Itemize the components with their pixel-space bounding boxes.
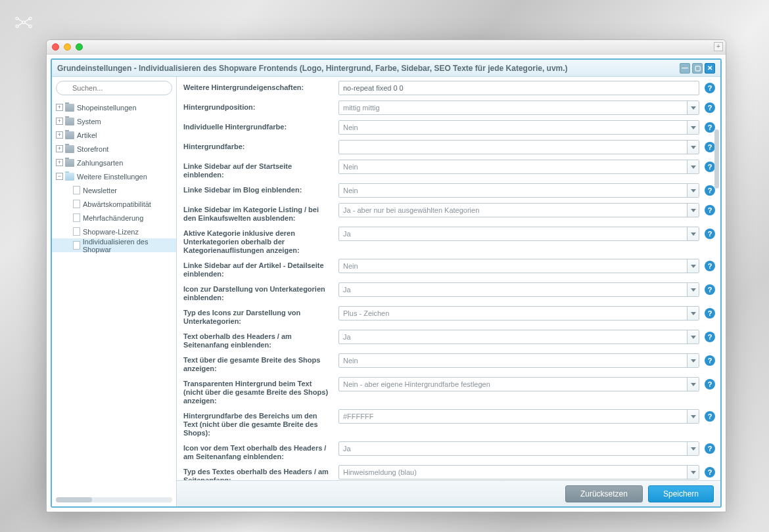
help-icon[interactable]: ? [705, 102, 715, 113]
combo-field[interactable]: Nein [338, 120, 699, 135]
dropdown-trigger[interactable] [687, 378, 699, 391]
dropdown-trigger[interactable] [687, 227, 699, 240]
tree-label: Individualisieren des Shopwar [83, 238, 176, 254]
dropdown-trigger[interactable] [687, 141, 699, 154]
dropdown-trigger[interactable] [687, 307, 699, 320]
search-input[interactable] [56, 81, 172, 95]
main-panel: Weitere Hintergrundeigenschaften:no-repe… [177, 77, 720, 506]
tree-file[interactable]: Shopware-Lizenz [52, 225, 176, 238]
combo-field[interactable]: Nein - aber eigene Hintergrundfarbe fest… [338, 377, 699, 391]
combo-field[interactable]: mittig mittig [338, 100, 699, 115]
dropdown-trigger[interactable] [687, 466, 699, 479]
combo-field[interactable]: Hinweismeldung (blau) [338, 465, 699, 479]
svg-point-3 [29, 17, 32, 20]
combo-field[interactable]: Ja [338, 441, 699, 456]
combo-field[interactable]: Ja - aber nur bei ausgewählten Kategorie… [338, 203, 699, 217]
combo-field[interactable]: Nein [338, 353, 699, 368]
help-icon[interactable]: ? [705, 185, 715, 196]
dropdown-trigger[interactable] [687, 101, 699, 114]
tree-toggle-icon[interactable]: + [56, 118, 63, 125]
dropdown-trigger[interactable] [687, 160, 699, 173]
tree-toggle-icon[interactable]: + [56, 159, 63, 166]
combo-field[interactable]: Ja [338, 227, 699, 241]
form-row: Linke Sidebar auf der Artikel - Detailse… [183, 259, 715, 278]
help-icon[interactable]: ? [705, 83, 715, 93]
field-value: Hinweismeldung (blau) [343, 468, 417, 476]
dropdown-trigger[interactable] [687, 121, 699, 134]
dropdown-trigger[interactable] [687, 330, 699, 344]
window-minimize-button[interactable]: — [680, 63, 690, 74]
tree-folder[interactable]: + Shopeinstellungen [52, 100, 176, 114]
combo-field[interactable]: #FFFFFF [338, 409, 699, 424]
dropdown-trigger[interactable] [687, 410, 699, 423]
file-icon [73, 213, 80, 222]
form-label: Typ des Textes oberhalb des Headers / am… [183, 465, 338, 480]
help-icon[interactable]: ? [705, 122, 715, 133]
combo-field[interactable]: Plus - Zeichen [338, 306, 699, 321]
tree-folder[interactable]: + Zahlungsarten [52, 156, 176, 169]
tree-folder[interactable]: + System [52, 114, 176, 128]
save-button[interactable]: Speichern [648, 485, 714, 502]
tree-toggle-icon[interactable]: − [56, 173, 63, 180]
tree-file[interactable]: Abwärtskompatibilität [52, 197, 176, 211]
tree-file[interactable]: Individualisieren des Shopwar [52, 238, 176, 252]
dropdown-trigger[interactable] [687, 442, 699, 455]
tree-folder[interactable]: + Artikel [52, 128, 176, 142]
form-row: Linke Sidebar im Kategorie Listing / bei… [183, 203, 715, 223]
tree-label: Storefront [77, 145, 108, 153]
form-vertical-scrollbar[interactable] [714, 129, 719, 188]
form-label: Aktive Kategorie inklusive deren Unterka… [183, 227, 338, 255]
form-label: Typ des Icons zur Darstellung von Unterk… [183, 306, 338, 326]
form-label: Hintergrundfarbe des Bereichs um den Tex… [183, 409, 338, 437]
dropdown-trigger[interactable] [687, 259, 699, 273]
help-icon[interactable]: ? [705, 379, 715, 389]
file-icon [73, 186, 80, 194]
window-close-button[interactable]: ✕ [705, 63, 715, 74]
os-close-button[interactable] [52, 43, 59, 51]
help-icon[interactable]: ? [705, 229, 715, 239]
tree-folder[interactable]: − Weitere Einstellungen [52, 169, 176, 183]
help-icon[interactable]: ? [705, 284, 715, 295]
help-icon[interactable]: ? [705, 162, 715, 172]
help-icon[interactable]: ? [705, 142, 715, 152]
form-row: Hintergrundposition:mittig mittig? [183, 100, 715, 116]
tree-toggle-icon[interactable]: + [56, 104, 63, 111]
text-field[interactable]: no-repeat fixed 0 0 [338, 81, 699, 95]
help-icon[interactable]: ? [705, 332, 715, 342]
sidebar-horizontal-scrollbar[interactable] [56, 497, 172, 502]
help-icon[interactable]: ? [705, 261, 715, 271]
help-icon[interactable]: ? [705, 467, 715, 477]
combo-field[interactable]: Nein [338, 183, 699, 198]
combo-field[interactable] [338, 140, 699, 154]
help-icon[interactable]: ? [705, 205, 715, 215]
combo-field[interactable]: Ja [338, 282, 699, 297]
field-value: Ja [343, 333, 351, 341]
tree-toggle-icon[interactable]: + [56, 145, 63, 152]
dropdown-trigger[interactable] [687, 283, 699, 296]
help-icon[interactable]: ? [705, 411, 715, 422]
form-row: Transparenten Hintergrund beim Text (nic… [183, 377, 715, 405]
tree-toggle-icon[interactable]: + [56, 131, 63, 139]
combo-field[interactable]: Ja [338, 330, 699, 344]
help-icon[interactable]: ? [705, 355, 715, 366]
help-icon[interactable]: ? [705, 308, 715, 319]
tree-folder[interactable]: + Storefront [52, 142, 176, 156]
form-label: Icon zur Darstellung von Unterkategorien… [183, 282, 338, 302]
tree-file[interactable]: Mehrfachänderung [52, 211, 176, 225]
tree-file[interactable]: Newsletter [52, 183, 176, 197]
form-row: Typ des Textes oberhalb des Headers / am… [183, 465, 715, 480]
combo-field[interactable]: Nein [338, 160, 699, 174]
titlebar-add-button[interactable]: + [714, 42, 723, 51]
svg-point-1 [16, 25, 18, 28]
os-maximize-button[interactable] [76, 43, 83, 51]
os-minimize-button[interactable] [64, 43, 71, 51]
dropdown-trigger[interactable] [687, 204, 699, 217]
help-icon[interactable]: ? [705, 443, 715, 454]
window-maximize-button[interactable]: ▢ [692, 63, 703, 74]
field-value: Ja - aber nur bei ausgewählten Kategorie… [343, 206, 479, 214]
dropdown-trigger[interactable] [687, 354, 699, 367]
reset-button[interactable]: Zurücksetzen [565, 485, 643, 502]
combo-field[interactable]: Nein [338, 259, 699, 273]
dropdown-trigger[interactable] [687, 184, 699, 197]
file-icon [73, 227, 80, 236]
